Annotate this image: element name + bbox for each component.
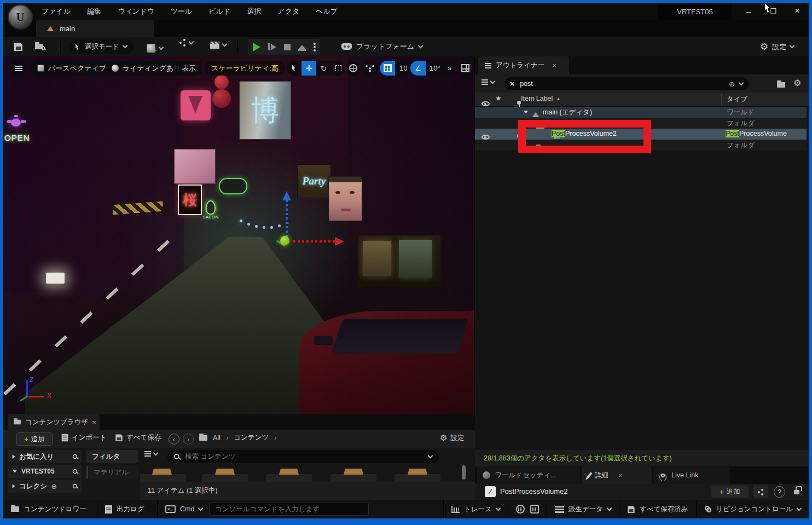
- chevron-down-icon[interactable]: [739, 80, 744, 85]
- play-options-icon[interactable]: [314, 46, 316, 48]
- filter-chip-material[interactable]: マテリアル: [86, 466, 138, 479]
- play-button[interactable]: [253, 43, 260, 51]
- content-search-bar[interactable]: [167, 450, 439, 463]
- browse-content-button[interactable]: [35, 42, 46, 51]
- clear-search-icon[interactable]: ×: [510, 79, 514, 88]
- tab-world-settings[interactable]: ワールドセッティ...: [477, 466, 580, 484]
- tab-outliner[interactable]: アウトライナー ×: [478, 56, 569, 74]
- outliner-search-bar[interactable]: × ⊕: [504, 77, 749, 90]
- menu-tools[interactable]: ツール: [171, 7, 193, 16]
- outliner-row-world[interactable]: main (エディタ) ワールド: [475, 107, 807, 118]
- tab-content-browser[interactable]: コンテンツブラウザ ×: [8, 414, 100, 430]
- back-button[interactable]: ‹: [169, 434, 179, 445]
- menu-file[interactable]: ファイル: [42, 7, 71, 16]
- scale-tool-button[interactable]: [331, 61, 346, 76]
- maximize-viewport-button[interactable]: [458, 61, 473, 76]
- create-folder-button[interactable]: [777, 82, 785, 88]
- tab-details[interactable]: 詳細 ×: [582, 466, 652, 484]
- world-local-toggle[interactable]: [346, 61, 361, 76]
- collections-header[interactable]: コレクシ ⊕: [8, 480, 82, 493]
- scrollbar[interactable]: [462, 465, 466, 480]
- visibility-toggle[interactable]: [482, 135, 490, 140]
- menu-build[interactable]: ビルド: [208, 7, 230, 16]
- platform-dropdown[interactable]: プラットフォーム: [341, 42, 422, 51]
- tab-main-level[interactable]: main: [36, 20, 154, 37]
- window-close-button[interactable]: ×: [788, 3, 807, 19]
- output-log-button[interactable]: 出力ログ: [97, 500, 158, 518]
- performance-gauges[interactable]: [508, 500, 547, 518]
- folder-thumbnail[interactable]: [202, 474, 248, 482]
- lock-icon[interactable]: [794, 490, 799, 494]
- revision-control-dropdown[interactable]: リビジョンコントロール: [697, 500, 809, 518]
- visibility-column-icon[interactable]: [482, 101, 490, 106]
- grid-snap-value[interactable]: 10: [395, 64, 411, 72]
- settings-dropdown[interactable]: ⚙ 設定: [760, 41, 794, 53]
- scalability-button[interactable]: スケーラビリティ:高: [205, 61, 285, 76]
- menu-help[interactable]: ヘルプ: [316, 7, 338, 16]
- menu-actor[interactable]: アクタ: [277, 7, 299, 16]
- show-dropdown[interactable]: 表示: [175, 61, 202, 76]
- gizmo-origin[interactable]: [280, 236, 289, 245]
- angle-snap-toggle[interactable]: ∠: [410, 61, 426, 76]
- menu-select[interactable]: 選択: [247, 7, 261, 16]
- rotate-tool-button[interactable]: ↻: [316, 61, 331, 76]
- item-label-column[interactable]: Item Label▲: [521, 95, 560, 102]
- content-settings-button[interactable]: ⚙設定: [440, 433, 464, 443]
- project-header[interactable]: VRTEST05: [8, 465, 82, 478]
- details-add-button[interactable]: +追加: [711, 486, 749, 498]
- camera-speed-button[interactable]: »: [442, 61, 457, 76]
- outliner-search-input[interactable]: [519, 79, 724, 88]
- folder-thumbnail[interactable]: [266, 474, 312, 482]
- save-all-button[interactable]: すべて保存: [115, 433, 161, 442]
- save-status-button[interactable]: すべて保存済み: [619, 500, 697, 518]
- select-tool-button[interactable]: [287, 61, 301, 76]
- star-column-icon[interactable]: ★: [495, 94, 502, 102]
- select-mode-dropdown[interactable]: 選択モード: [69, 39, 134, 54]
- blueprints-button[interactable]: [179, 42, 193, 44]
- close-icon[interactable]: ×: [92, 418, 96, 426]
- search-icon[interactable]: [73, 454, 78, 459]
- stop-button[interactable]: [284, 44, 291, 50]
- content-filter-button[interactable]: [144, 451, 158, 457]
- details-blueprint-button[interactable]: [753, 486, 768, 498]
- chevron-down-icon[interactable]: [428, 453, 433, 458]
- gizmo-z-arrow[interactable]: [286, 200, 288, 237]
- viewport[interactable]: OPEN 博 桜 SALON Party: [3, 56, 474, 414]
- add-button[interactable]: +追加: [16, 432, 53, 446]
- close-icon[interactable]: ×: [618, 471, 623, 480]
- save-button[interactable]: [14, 43, 22, 51]
- menu-window[interactable]: ウィンドウ: [118, 7, 154, 16]
- frame-skip-button[interactable]: [268, 43, 276, 50]
- search-icon[interactable]: [73, 469, 78, 474]
- derived-data-dropdown[interactable]: 派生データ: [547, 500, 619, 518]
- perspective-dropdown[interactable]: パースペクティブ: [31, 61, 113, 76]
- outliner-settings-button[interactable]: ⚙: [793, 78, 801, 88]
- move-tool-button[interactable]: ✛: [301, 61, 316, 76]
- transform-gizmo[interactable]: [244, 188, 353, 259]
- add-actor-button[interactable]: +: [147, 42, 163, 55]
- eject-button[interactable]: [298, 45, 306, 49]
- pin-column-icon[interactable]: [517, 101, 521, 105]
- trace-dropdown[interactable]: トレース: [443, 500, 508, 518]
- angle-snap-value[interactable]: 10°: [426, 64, 444, 72]
- close-icon[interactable]: ×: [552, 61, 556, 70]
- console-command-input[interactable]: [209, 503, 369, 516]
- content-drawer-button[interactable]: コンテンツドロワー: [3, 500, 97, 518]
- favorites-header[interactable]: お気に入り: [8, 450, 82, 463]
- folder-thumbnail[interactable]: [330, 474, 376, 482]
- breadcrumb-all[interactable]: All: [213, 434, 221, 442]
- cinematics-button[interactable]: [210, 42, 227, 49]
- tab-live-link[interactable]: Live Link: [653, 466, 730, 484]
- viewport-menu-button[interactable]: [11, 61, 26, 76]
- column-divider[interactable]: [721, 94, 722, 106]
- type-column[interactable]: タイプ: [727, 95, 747, 104]
- grid-snap-toggle[interactable]: [380, 61, 395, 76]
- search-icon[interactable]: [73, 484, 78, 489]
- window-minimize-button[interactable]: –: [739, 3, 758, 19]
- expander-icon[interactable]: [524, 111, 528, 114]
- cmd-dropdown[interactable]: >_ Cmd: [158, 500, 209, 518]
- import-button[interactable]: インポート: [61, 433, 107, 442]
- menu-edit[interactable]: 編集: [87, 7, 101, 16]
- forward-button[interactable]: ›: [183, 434, 194, 445]
- gizmo-x-arrow[interactable]: [293, 240, 336, 243]
